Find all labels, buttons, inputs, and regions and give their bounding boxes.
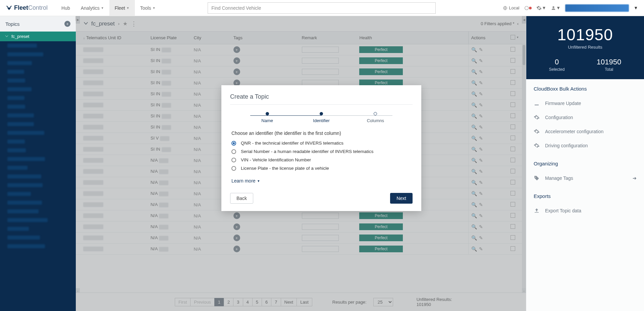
sidebar-item[interactable] xyxy=(0,67,76,76)
sidebar-item[interactable] xyxy=(0,172,76,181)
row-search-icon[interactable]: 🔍 xyxy=(471,91,477,97)
user-menu[interactable]: ▼ xyxy=(551,5,560,11)
row-search-icon[interactable]: 🔍 xyxy=(471,191,477,196)
remark-input[interactable] xyxy=(302,224,339,230)
sidebar-item[interactable] xyxy=(0,111,76,120)
row-checkbox[interactable] xyxy=(511,47,515,52)
remark-input[interactable] xyxy=(302,213,339,219)
sidebar-item[interactable] xyxy=(0,242,76,251)
row-edit-icon[interactable]: ✎ xyxy=(479,113,483,119)
row-search-icon[interactable]: 🔍 xyxy=(471,69,477,74)
brand-logo[interactable]: FleetControl xyxy=(6,4,48,11)
page-1[interactable]: 1 xyxy=(214,298,224,306)
row-edit-icon[interactable]: ✎ xyxy=(479,180,483,185)
step-identifier[interactable]: Identifier xyxy=(294,112,348,123)
sidebar-item[interactable] xyxy=(0,198,76,207)
notifications-button[interactable] xyxy=(524,5,532,11)
add-topic-button[interactable]: ＋ xyxy=(64,21,70,27)
row-search-icon[interactable]: 🔍 xyxy=(471,58,477,63)
row-search-icon[interactable]: 🔍 xyxy=(471,147,477,152)
add-tag-button[interactable]: + xyxy=(233,235,240,241)
add-tag-button[interactable]: + xyxy=(233,223,240,230)
action-manage-tags[interactable]: Manage Tags ➔ xyxy=(534,171,637,185)
row-search-icon[interactable]: 🔍 xyxy=(471,80,477,86)
table-row[interactable]: SI INN/A+Perfect🔍✎ xyxy=(76,44,526,55)
row-search-icon[interactable]: 🔍 xyxy=(471,113,477,119)
radio-serial[interactable]: Serial Number - a human readable identif… xyxy=(231,149,411,154)
row-search-icon[interactable]: 🔍 xyxy=(471,235,477,241)
sidebar-item[interactable] xyxy=(0,146,76,155)
table-row[interactable]: SI INN/A+Perfect🔍✎ xyxy=(76,66,526,77)
select-all-caret-icon[interactable]: ▼ xyxy=(516,36,519,39)
col-tags[interactable]: Tags xyxy=(231,32,299,44)
nav-hub[interactable]: Hub xyxy=(56,0,75,16)
col-telematics[interactable]: Telematics Unit ID xyxy=(86,35,121,40)
sidebar-item[interactable] xyxy=(0,137,76,146)
remark-input[interactable] xyxy=(302,69,339,75)
sidebar-item[interactable] xyxy=(0,59,76,67)
row-checkbox[interactable] xyxy=(511,224,515,229)
action-driving-config[interactable]: Driving configuration xyxy=(534,139,637,153)
add-tag-button[interactable]: + xyxy=(233,46,240,53)
page-last[interactable]: Last xyxy=(297,298,312,306)
col-health[interactable]: Health xyxy=(357,32,468,44)
page-6[interactable]: 6 xyxy=(262,298,271,306)
sidebar-item[interactable] xyxy=(0,102,76,111)
page-2[interactable]: 2 xyxy=(224,298,233,306)
sidebar-item[interactable] xyxy=(0,76,76,85)
row-checkbox[interactable] xyxy=(511,147,515,151)
sidebar-item[interactable] xyxy=(0,155,76,163)
row-checkbox[interactable] xyxy=(511,213,515,218)
nav-fleet[interactable]: Fleet▼ xyxy=(109,0,135,16)
row-checkbox[interactable] xyxy=(511,58,515,63)
row-edit-icon[interactable]: ✎ xyxy=(479,158,483,163)
filters-applied-button[interactable]: 0 Filters applied * ‹ xyxy=(481,21,519,26)
row-checkbox[interactable] xyxy=(511,246,515,251)
sort-icon[interactable]: ↓ xyxy=(83,36,85,40)
step-name[interactable]: Name xyxy=(240,112,294,123)
action-accelerometer[interactable]: Accelerometer configuration xyxy=(534,124,637,139)
locale-selector[interactable]: Local xyxy=(503,5,519,10)
row-search-icon[interactable]: 🔍 xyxy=(471,124,477,130)
row-checkbox[interactable] xyxy=(511,202,515,207)
nav-analytics[interactable]: Analytics▼ xyxy=(75,0,109,16)
row-checkbox[interactable] xyxy=(511,169,515,173)
row-checkbox[interactable] xyxy=(511,191,515,196)
sidebar-item[interactable] xyxy=(0,233,76,242)
radio-qnr[interactable]: QNR - the technical identifier of INVERS… xyxy=(231,141,411,146)
page-7[interactable]: 7 xyxy=(271,298,281,306)
panel-expand-right[interactable]: ◀ xyxy=(522,16,526,23)
row-edit-icon[interactable]: ✎ xyxy=(479,69,483,74)
row-search-icon[interactable]: 🔍 xyxy=(471,47,477,52)
row-checkbox[interactable] xyxy=(511,124,515,129)
page-4[interactable]: 4 xyxy=(243,298,253,306)
add-tag-button[interactable]: + xyxy=(233,68,240,75)
row-search-icon[interactable]: 🔍 xyxy=(471,246,477,252)
topic-menu-button[interactable]: ⋮ xyxy=(131,20,137,28)
row-search-icon[interactable]: 🔍 xyxy=(471,224,477,229)
col-plate[interactable]: License Plate xyxy=(148,32,191,44)
row-checkbox[interactable] xyxy=(511,102,515,107)
row-edit-icon[interactable]: ✎ xyxy=(479,91,483,97)
sidebar-item[interactable] xyxy=(0,181,76,190)
sidebar-item[interactable] xyxy=(0,85,76,94)
row-search-icon[interactable]: 🔍 xyxy=(471,136,477,141)
radio-plate[interactable]: License Plate - the license plate of a v… xyxy=(231,166,411,171)
sidebar-item[interactable] xyxy=(0,120,76,128)
row-search-icon[interactable]: 🔍 xyxy=(471,213,477,218)
row-checkbox[interactable] xyxy=(511,69,515,74)
row-search-icon[interactable]: 🔍 xyxy=(471,102,477,108)
add-tag-button[interactable]: + xyxy=(233,57,240,64)
sidebar-item-fc-preset[interactable]: fc_preset xyxy=(0,32,76,41)
step-columns[interactable]: Columns xyxy=(348,112,402,123)
row-edit-icon[interactable]: ✎ xyxy=(479,213,483,218)
row-search-icon[interactable]: 🔍 xyxy=(471,169,477,174)
row-edit-icon[interactable]: ✎ xyxy=(479,47,483,52)
panel-expand-left[interactable]: ▶ xyxy=(76,16,80,23)
sidebar-item[interactable] xyxy=(0,190,76,198)
search-input[interactable] xyxy=(208,2,436,14)
action-configuration[interactable]: Configuration xyxy=(534,110,637,124)
learn-more-link[interactable]: Learn more ▾ xyxy=(231,178,260,184)
row-checkbox[interactable] xyxy=(511,235,515,240)
sidebar-item[interactable] xyxy=(0,163,76,172)
